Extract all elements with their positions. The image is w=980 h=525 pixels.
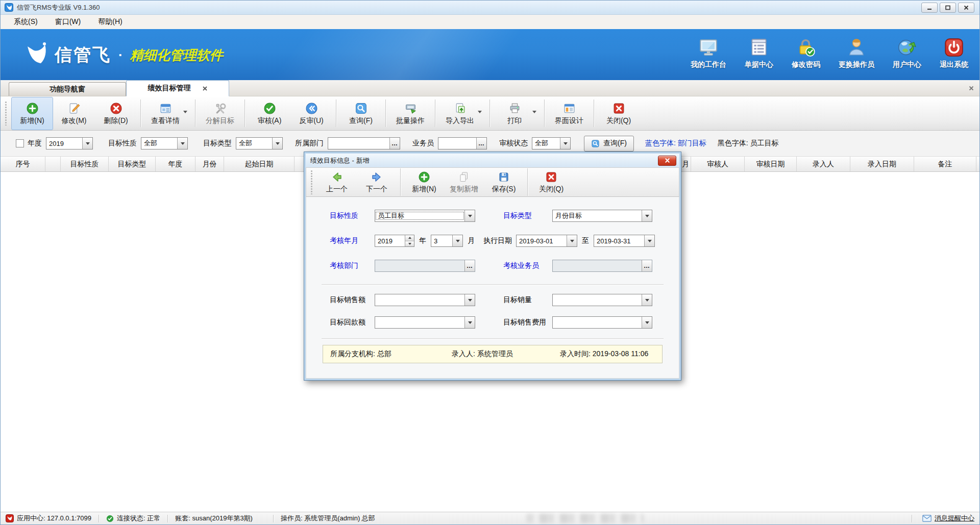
type-field-select[interactable]: 月份目标 [552, 210, 652, 222]
toolbar-view-detail-button[interactable]: 查看详情 [144, 97, 191, 130]
maximize-button[interactable] [940, 3, 956, 13]
status-app-center[interactable]: 应用中心: 127.0.0.1:7099 [6, 514, 91, 523]
dropdown-button[interactable] [644, 235, 654, 246]
target-payment-select[interactable] [375, 316, 475, 329]
toolbar-grip[interactable] [5, 101, 8, 126]
toolbar-decompose-target-button[interactable]: 分解目标 [199, 97, 241, 130]
toolbar-batch-operation-button[interactable]: 批量操作 [389, 97, 431, 130]
exec-from-date[interactable]: 2019-03-01 [516, 235, 577, 247]
dialog-add-button[interactable]: 新增(N) [404, 168, 444, 196]
banner-action-documents[interactable]: 单据中心 [745, 37, 773, 69]
dropdown-button[interactable] [82, 138, 92, 149]
lookup-ellipsis-button[interactable]: … [389, 138, 400, 149]
column-header-seq[interactable]: 序号 [1, 157, 45, 171]
toolbar-unaudit-button[interactable]: 反审(U) [290, 97, 332, 130]
tab-strip-close-icon[interactable] [968, 84, 974, 93]
year-checkbox[interactable] [16, 139, 24, 147]
dropdown-button[interactable] [642, 210, 652, 221]
column-header-create-date[interactable]: 录入日期 [850, 157, 914, 171]
lookup-ellipsis-button[interactable]: … [642, 260, 652, 271]
add-icon [418, 171, 430, 183]
target-type-select[interactable]: 全部 [236, 137, 283, 149]
toolbar-edit-button[interactable]: 修改(M) [53, 97, 95, 130]
toolbar-ui-design-button[interactable]: 界面设计 [548, 97, 590, 130]
lookup-ellipsis-button[interactable]: … [464, 260, 475, 271]
exec-to-date[interactable]: 2019-03-31 [594, 235, 655, 247]
dropdown-button[interactable] [452, 235, 462, 246]
dialog-title-bar[interactable]: 绩效目标信息 - 新增 [306, 154, 679, 167]
color-legend: 蓝色字体: 部门目标 黑色字体: 员工目标 [645, 139, 779, 148]
toolbar-add-button[interactable]: 新增(N) [11, 97, 53, 130]
message-center-link[interactable]: 消息提醒中心 [904, 514, 974, 523]
query-button[interactable]: 查询(F) [584, 136, 634, 152]
dialog-toolbar-label: 保存(S) [492, 185, 516, 194]
banner-action-workbench[interactable]: 我的工作台 [691, 37, 726, 69]
dialog-save-button[interactable]: 保存(S) [484, 168, 524, 196]
banner-action-exit[interactable]: 退出系统 [940, 37, 968, 69]
menu-help[interactable]: 帮助(H) [90, 15, 130, 29]
tab-performance-target[interactable]: 绩效目标管理 [126, 80, 229, 96]
column-header-audit-date[interactable]: 审核日期 [745, 157, 797, 171]
tab-close-icon[interactable] [202, 86, 208, 91]
dropdown-caret-icon[interactable] [183, 111, 187, 113]
month-select[interactable]: 3 [431, 235, 463, 247]
dialog-close-toolbar-button[interactable]: 关闭(Q) [531, 168, 571, 196]
toolbar-import-export-button[interactable]: 导入导出 [439, 97, 486, 130]
dropdown-button[interactable] [642, 294, 652, 306]
dropdown-button[interactable] [560, 138, 570, 149]
toolbar-grip[interactable] [310, 170, 314, 194]
banner-action-user-center[interactable]: 用户中心 [893, 37, 921, 69]
assess-salesman-lookup[interactable]: … [552, 260, 652, 272]
dialog-copy-new-button[interactable]: 复制新增 [444, 168, 484, 196]
toolbar-print-button[interactable]: 打印 [494, 97, 541, 130]
salesman-lookup[interactable]: … [438, 137, 487, 149]
target-sales-amount-select[interactable] [375, 294, 475, 306]
column-header-blank[interactable] [45, 157, 61, 171]
dropdown-button[interactable] [464, 294, 475, 306]
tab-function-navigator[interactable]: 功能导航窗 [9, 82, 126, 96]
dropdown-button[interactable] [567, 235, 577, 246]
banner-action-change-password[interactable]: 修改密码 [792, 37, 820, 69]
dropdown-button[interactable] [464, 317, 475, 328]
dropdown-caret-icon[interactable] [478, 111, 482, 113]
column-header-nature[interactable]: 目标性质 [61, 157, 109, 171]
column-header-creator[interactable]: 录入人 [797, 157, 850, 171]
dropdown-button[interactable] [642, 317, 652, 328]
dropdown-button[interactable] [272, 138, 282, 149]
column-header-start-date[interactable]: 起始日期 [224, 157, 295, 171]
minimize-button[interactable] [921, 3, 938, 13]
assess-dept-lookup[interactable]: … [375, 260, 475, 272]
banner-action-switch-operator[interactable]: 更换操作员 [839, 37, 874, 69]
dropdown-caret-icon[interactable] [532, 111, 536, 113]
target-nature-select[interactable]: 全部 [141, 137, 188, 149]
year-select[interactable]: 2019 [46, 137, 93, 149]
dropdown-button[interactable] [464, 210, 475, 221]
nature-field-select[interactable]: 员工目标 [375, 210, 475, 222]
column-header-month[interactable]: 月份 [195, 157, 224, 171]
dialog-close-button[interactable] [658, 156, 676, 166]
dropdown-button[interactable] [177, 138, 187, 149]
spin-down-button[interactable] [405, 241, 414, 247]
close-button[interactable] [958, 3, 974, 13]
toolbar-audit-button[interactable]: 审核(A) [249, 97, 290, 130]
department-lookup[interactable]: … [328, 137, 400, 149]
target-sales-qty-select[interactable] [552, 294, 652, 306]
year-spinner[interactable]: 2019 [375, 235, 414, 247]
toolbar-delete-button[interactable]: 删除(D) [95, 97, 137, 130]
lookup-ellipsis-button[interactable]: … [476, 138, 486, 149]
toolbar-close-button[interactable]: 关闭(Q) [598, 97, 640, 130]
column-header-type[interactable]: 目标类型 [109, 157, 156, 171]
toolbar-query-button[interactable]: 查询(F) [340, 97, 382, 130]
menu-window[interactable]: 窗口(W) [47, 15, 89, 29]
spin-up-button[interactable] [405, 235, 414, 241]
column-header-auditor[interactable]: 审核人 [691, 157, 745, 171]
status-bar: 应用中心: 127.0.0.1:7099 连接状态: 正常 账套: susan(… [1, 512, 979, 524]
audit-status-select[interactable]: 全部 [532, 137, 571, 149]
dialog-next-button[interactable]: 下一个 [357, 168, 397, 196]
form-separator [322, 338, 664, 339]
dialog-prev-button[interactable]: 上一个 [317, 168, 357, 196]
menu-system[interactable]: 系统(S) [6, 15, 46, 29]
target-expense-select[interactable] [552, 316, 652, 329]
column-header-remark[interactable]: 备注 [914, 157, 976, 171]
column-header-year[interactable]: 年度 [156, 157, 195, 171]
